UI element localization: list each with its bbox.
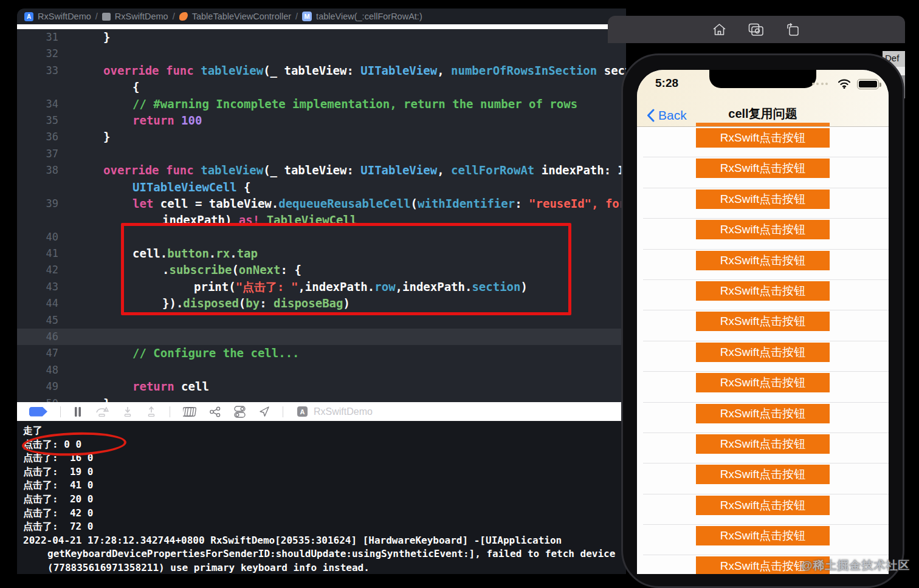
code-line-wrap[interactable]: UITableViewCell { (17, 179, 626, 196)
line-number: 49 (17, 378, 58, 395)
breadcrumb-item-group[interactable]: RxSwiftDemo (102, 12, 168, 21)
table-row: RxSwift点击按钮 (637, 159, 889, 188)
rxswift-tap-button[interactable]: RxSwift点击按钮 (696, 128, 830, 148)
table-row: RxSwift点击按钮 (637, 190, 889, 219)
rxswift-tap-button[interactable]: RxSwift点击按钮 (696, 251, 830, 270)
code-line-46[interactable]: 46 (17, 329, 626, 345)
code-text: } (58, 29, 110, 46)
breadcrumb-separator: / (295, 12, 298, 21)
table-row: RxSwift点击按钮 (637, 343, 889, 372)
code-line-38[interactable]: 38override func tableView(_ tableView: U… (17, 162, 626, 179)
code-text: override func tableView(_ tableView: UIT… (58, 63, 626, 79)
swift-file-icon (179, 12, 188, 21)
rxswift-tap-button[interactable]: RxSwift点击按钮 (696, 220, 830, 239)
app-icon: A (24, 12, 33, 21)
rxswift-tap-button[interactable]: RxSwift点击按钮 (696, 404, 830, 423)
rotate-icon[interactable] (786, 23, 800, 36)
table-row: RxSwift点击按钮 (637, 496, 889, 525)
code-text: // Configure the cell... (58, 345, 300, 361)
code-line-47[interactable]: 47// Configure the cell... (17, 345, 626, 361)
memory-graph-icon[interactable] (209, 406, 221, 417)
breadcrumb-item-method[interactable]: M tableView(_:cellForRowAt:) (302, 12, 422, 21)
code-text (58, 312, 103, 329)
table-row: RxSwift点击按钮 (637, 465, 889, 494)
rxswift-tap-button[interactable]: RxSwift点击按钮 (696, 434, 830, 454)
code-text: } (58, 395, 110, 402)
breadcrumb: A RxSwiftDemo / RxSwiftDemo / TableTable… (17, 9, 626, 24)
code-text (58, 362, 103, 378)
rxswift-tap-button[interactable]: RxSwift点击按钮 (696, 373, 830, 392)
line-number: 39 (17, 196, 58, 212)
step-into-icon[interactable] (122, 406, 133, 417)
cell-table[interactable]: RxSwift点击按钮RxSwift点击按钮RxSwift点击按钮RxSwift… (637, 128, 889, 574)
toolbar-strip (17, 24, 626, 29)
rxswift-tap-button[interactable]: RxSwift点击按钮 (696, 312, 830, 331)
code-line-39[interactable]: 39let cell = tableView.dequeueReusableCe… (17, 196, 626, 212)
rxswift-tap-button[interactable]: RxSwift点击按钮 (696, 159, 830, 178)
breadcrumb-item-project[interactable]: A RxSwiftDemo (24, 12, 91, 21)
home-icon[interactable] (712, 23, 726, 36)
breadcrumb-label: tableView(_:cellForRowAt:) (316, 12, 422, 21)
environment-overrides-icon[interactable] (234, 406, 246, 418)
page-title: cell复用问题 (637, 106, 889, 122)
step-out-icon[interactable] (146, 406, 157, 417)
breadcrumb-separator: / (95, 12, 98, 21)
rxswift-tap-button[interactable]: RxSwift点击按钮 (696, 526, 830, 545)
code-line-32[interactable]: 32 (17, 46, 626, 62)
running-app[interactable]: A RxSwiftDemo (297, 406, 373, 417)
console-line: getKeyboardDevicePropertiesForSenderID:s… (23, 547, 626, 561)
line-number: 34 (17, 96, 58, 112)
debug-bar: A RxSwiftDemo (17, 402, 626, 421)
code-line-34[interactable]: 34// #warning Incomplete implementation,… (17, 96, 626, 112)
code-editor[interactable]: 31}3233override func tableView(_ tableVi… (17, 29, 626, 402)
divider (170, 406, 170, 417)
rxswift-tap-button[interactable]: RxSwift点击按钮 (696, 465, 830, 484)
rxswift-tap-button[interactable]: RxSwift点击按钮 (696, 343, 830, 362)
watermark: @稀土掘金技术社区 (801, 558, 910, 573)
step-over-icon[interactable] (95, 406, 109, 417)
code-line-48[interactable]: 48 (17, 362, 626, 378)
code-text: return 100 (58, 112, 202, 129)
cell-separator (643, 402, 889, 403)
code-line-36[interactable]: 36} (17, 129, 626, 145)
table-row: RxSwift点击按钮 (637, 281, 889, 310)
code-line-35[interactable]: 35return 100 (17, 112, 626, 129)
rxswift-tap-button[interactable]: RxSwift点击按钮 (696, 281, 830, 301)
simulator-toolbar (608, 16, 905, 43)
rxswift-tap-button[interactable]: RxSwift点击按钮 (696, 190, 830, 209)
breakpoint-toggle-icon[interactable] (29, 407, 47, 417)
console-line: 点击了: 41 0 (23, 479, 626, 493)
code-text: override func tableView(_ tableView: UIT… (58, 162, 626, 179)
code-line-49[interactable]: 49return cell (17, 378, 626, 395)
line-number (17, 179, 58, 196)
code-line-50[interactable]: 50} (17, 395, 626, 402)
line-number: 37 (17, 146, 58, 162)
cell-separator (643, 279, 889, 280)
phone-screen: 5:28 Back cell复用问题 RxSwift点击按钮RxSwift点击按… (637, 70, 889, 574)
breadcrumb-item-file[interactable]: TableTableViewController (179, 12, 291, 21)
rxswift-tap-button[interactable]: RxSwift点击按钮 (696, 496, 830, 515)
table-row: RxSwift点击按钮 (637, 373, 889, 402)
cell-separator (643, 188, 889, 188)
breadcrumb-label: RxSwiftDemo (38, 12, 91, 21)
code-line-wrap[interactable]: { (17, 79, 626, 95)
console-line: 2022-04-21 17:28:12.342744+0800 RxSwiftD… (23, 534, 626, 548)
line-number: 48 (17, 362, 58, 378)
line-number (17, 79, 58, 95)
cell-separator (643, 494, 889, 494)
iphone-simulator: 5:28 Back cell复用问题 RxSwift点击按钮RxSwift点击按… (621, 53, 904, 588)
code-text: } (58, 129, 110, 145)
cell-separator (643, 341, 889, 341)
code-line-31[interactable]: 31} (17, 29, 626, 46)
screenshot-icon[interactable] (748, 23, 764, 36)
code-text (58, 229, 103, 245)
pause-icon[interactable] (74, 406, 82, 417)
line-number: 43 (17, 279, 58, 295)
code-line-33[interactable]: 33override func tableView(_ tableView: U… (17, 63, 626, 79)
table-row: RxSwift点击按钮 (637, 312, 889, 341)
simulate-location-icon[interactable] (258, 406, 270, 417)
code-line-37[interactable]: 37 (17, 146, 626, 162)
view-hierarchy-icon[interactable] (183, 406, 196, 418)
cell-separator (643, 310, 889, 310)
line-number: 36 (17, 129, 58, 145)
